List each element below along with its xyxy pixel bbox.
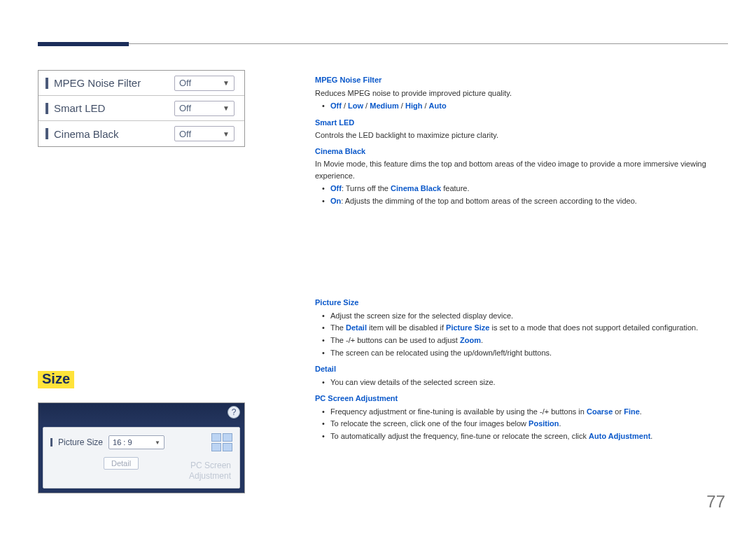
- detail-button[interactable]: Detail: [104, 457, 139, 470]
- screenshot-picture-size: ? Picture Size 16 : 9 ▼ Detail PC Screen…: [38, 402, 245, 493]
- chevron-down-icon: ▼: [223, 79, 230, 87]
- position-grid-icon[interactable]: [211, 433, 232, 451]
- pc-screen-adjustment-ghost-label: PC ScreenAdjustment: [189, 461, 231, 482]
- section-heading-size: Size: [38, 371, 74, 388]
- heading-mpeg-noise-filter: MPEG Noise Filter: [315, 74, 728, 86]
- list-item: The -/+ buttons can be used to adjust Zo…: [315, 335, 728, 347]
- row-marker-icon: [50, 438, 52, 447]
- chevron-down-icon: ▼: [223, 130, 230, 138]
- row-marker-icon: [46, 103, 48, 114]
- row-label: MPEG Noise Filter: [54, 77, 174, 89]
- heading-picture-size: Picture Size: [315, 297, 728, 309]
- row-mpeg-noise-filter: MPEG Noise Filter Off ▼: [38, 71, 244, 96]
- row-smart-led: Smart LED Off ▼: [38, 96, 244, 121]
- list-item: Off / Low / Medium / High / Auto: [315, 100, 728, 113]
- row-marker-icon: [46, 128, 48, 139]
- list-item: You can view details of the selected scr…: [315, 377, 728, 389]
- dropdown-mpeg-noise-filter[interactable]: Off ▼: [174, 76, 234, 91]
- dropdown-value: 16 : 9: [113, 438, 132, 447]
- heading-smart-led: Smart LED: [315, 117, 728, 129]
- dropdown-value: Off: [179, 129, 191, 139]
- row-cinema-black: Cinema Black Off ▼: [38, 121, 244, 146]
- heading-cinema-black: Cinema Black: [315, 146, 728, 157]
- heading-detail: Detail: [315, 363, 728, 375]
- row-label: Cinema Black: [54, 128, 174, 140]
- list-item: The screen can be relocated using the up…: [315, 347, 728, 360]
- row-marker-icon: [46, 78, 48, 89]
- list-item: The Detail item will be disabled if Pict…: [315, 322, 728, 335]
- panel-body: Picture Size 16 : 9 ▼ Detail PC ScreenAd…: [43, 427, 240, 489]
- screenshot-advanced-settings: MPEG Noise Filter Off ▼ Smart LED Off ▼ …: [38, 70, 245, 147]
- left-column: MPEG Noise Filter Off ▼ Smart LED Off ▼ …: [38, 70, 276, 493]
- help-icon[interactable]: ?: [227, 406, 240, 419]
- body-text: In Movie mode, this feature dims the top…: [315, 158, 728, 181]
- chevron-down-icon: ▼: [155, 440, 160, 446]
- heading-pc-screen-adjustment: PC Screen Adjustment: [315, 393, 728, 405]
- chevron-down-icon: ▼: [223, 104, 230, 112]
- list-item: Off: Turns off the Cinema Black feature.: [315, 183, 728, 195]
- dropdown-cinema-black[interactable]: Off ▼: [174, 126, 234, 141]
- row-picture-size: Picture Size 16 : 9 ▼: [50, 433, 232, 451]
- window-titlebar: ?: [38, 403, 244, 424]
- right-column: MPEG Noise Filter Reduces MPEG noise to …: [315, 70, 728, 447]
- list-item: To automatically adjust the frequency, f…: [315, 430, 728, 443]
- dropdown-value: Off: [179, 103, 191, 113]
- section-size: Picture Size Adjust the screen size for …: [315, 297, 728, 442]
- header-rule: [129, 43, 728, 44]
- row-label: Picture Size: [58, 437, 103, 447]
- body-text: Reduces MPEG noise to provide improved p…: [315, 87, 728, 99]
- list-item: To relocate the screen, click one of the…: [315, 418, 728, 430]
- row-label: Smart LED: [54, 102, 174, 114]
- list-item: Frequency adjustment or fine-tuning is a…: [315, 406, 728, 419]
- header-accent-bar: [38, 42, 129, 46]
- page-number: 77: [706, 492, 725, 512]
- dropdown-picture-size[interactable]: 16 : 9 ▼: [108, 435, 164, 449]
- dropdown-smart-led[interactable]: Off ▼: [174, 101, 234, 116]
- dropdown-value: Off: [179, 78, 191, 88]
- list-item: Adjust the screen size for the selected …: [315, 310, 728, 323]
- body-text: Controls the LED backlight to maximize p…: [315, 129, 728, 141]
- list-item: On: Adjusts the dimming of the top and b…: [315, 195, 728, 208]
